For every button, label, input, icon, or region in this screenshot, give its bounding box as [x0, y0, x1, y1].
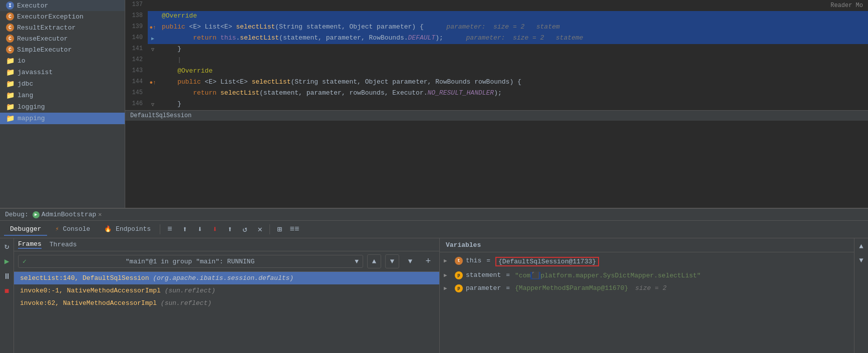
expand-icon[interactable]: ▶: [444, 284, 452, 291]
thread-add-button[interactable]: +: [421, 254, 435, 268]
frames-panel: Frames Threads ✓ "main"@1 in group "main…: [14, 238, 440, 353]
sidebar-item-reuseexecutor[interactable]: C ReuseExecutor: [0, 33, 125, 44]
stop-button[interactable]: ■: [1, 285, 13, 297]
sidebar-item-javassist[interactable]: 📁 javassist: [0, 67, 125, 78]
sidebar-item-lang[interactable]: 📁 lang: [0, 90, 125, 101]
frame-item[interactable]: invoke:62, NativeMethodAccessorImpl (sun…: [14, 297, 439, 309]
line-gutter: ▽: [148, 44, 158, 55]
endpoints-icon: 🔥: [104, 226, 112, 233]
sidebar-item-simpleexecutor[interactable]: C SimpleExecutor: [0, 44, 125, 55]
resume-button[interactable]: ▶: [1, 255, 13, 267]
line-content: @Override: [158, 11, 868, 22]
thread-up-button[interactable]: ▲: [367, 254, 381, 268]
frame-method: invoke:62, NativeMethodAccessorImpl: [20, 299, 161, 307]
line-number: 144: [125, 77, 148, 88]
sidebar-item-executor[interactable]: I Executor: [0, 0, 125, 11]
line-content: }: [158, 44, 868, 55]
code-line-146: 146 ▽ }: [125, 99, 868, 110]
app-container: I Executor C ExecutorException C ResultE…: [0, 0, 868, 353]
line-gutter: ▽: [148, 99, 158, 110]
sidebar-item-label: ExecutorException: [17, 13, 84, 21]
step-over-button[interactable]: ⬆: [178, 223, 191, 236]
sidebar-item-mapping[interactable]: 📁 mapping: [0, 113, 125, 124]
sidebar-item-jdbc[interactable]: 📁 jdbc: [0, 78, 125, 90]
var-value: {DefaultSqlSession@11733}: [495, 257, 599, 266]
sidebar: I Executor C ExecutorException C ResultE…: [0, 0, 125, 208]
expand-icon[interactable]: ▶: [444, 257, 452, 264]
line-content: return this.selectList(statement, parame…: [158, 33, 868, 44]
tab-threads[interactable]: Threads: [50, 241, 77, 248]
sidebar-item-label: logging: [18, 103, 45, 111]
debug-left-controls: ↻ ▶ ⏸ ■: [0, 238, 14, 353]
debug-session-tab[interactable]: ▶ AdminBootstrap ✕: [33, 211, 102, 218]
sidebar-item-resultextractor[interactable]: C ResultExtractor: [0, 22, 125, 33]
thread-down-button[interactable]: ▼: [385, 254, 399, 268]
line-gutter: ●↑: [148, 22, 158, 33]
sidebar-item-label: ResultExtractor: [17, 24, 76, 32]
pause-button[interactable]: ⏸: [1, 270, 13, 282]
sidebar-item-label: Executor: [17, 2, 48, 10]
line-gutter: [148, 55, 158, 66]
sidebar-item-logging[interactable]: 📁 logging: [0, 101, 125, 113]
thread-filter-button[interactable]: ▼: [403, 254, 417, 268]
side-actions: ▲ ▼: [854, 238, 868, 353]
run-to-cursor-button[interactable]: ↺: [238, 223, 251, 236]
reader-mode-label: Reader Mo: [825, 0, 868, 11]
thread-dropdown[interactable]: ✓ "main"@1 in group "main": RUNNING ▼: [18, 255, 363, 268]
var-type-icon: t: [455, 257, 463, 265]
code-line-143: 143 @Override: [125, 66, 868, 77]
settings-button[interactable]: ≡≡: [288, 223, 301, 236]
code-line-140: 140 ▶ return this.selectList(statement, …: [125, 33, 868, 44]
expand-icon[interactable]: ▶: [444, 271, 452, 278]
frame-package: (sun.reflect): [161, 299, 211, 307]
line-content: }: [158, 99, 868, 110]
session-status-icon: ▶: [33, 211, 40, 218]
variables-header: Variables: [440, 238, 854, 252]
fold-icon: ▽: [151, 47, 154, 53]
scroll-up-button[interactable]: ▲: [855, 240, 867, 252]
var-name: parameter: [466, 284, 501, 292]
folder-icon: 📁: [6, 114, 15, 123]
sidebar-item-io[interactable]: 📁 io: [0, 55, 125, 67]
code-line-141: 141 ▽ }: [125, 44, 868, 55]
frame-method: invoke0:-1, NativeMethodAccessorImpl: [20, 287, 165, 294]
session-label: AdminBootstrap: [42, 211, 96, 218]
var-value: "com⬛platform.mapper.SysDictMapper.selec…: [515, 271, 701, 279]
sidebar-item-label: SimpleExecutor: [17, 46, 72, 54]
step-out-button[interactable]: ⬆: [223, 223, 236, 236]
force-step-into-button[interactable]: ⬇: [208, 223, 221, 236]
tab-console[interactable]: ⚡ Console: [49, 223, 96, 236]
code-line-138: 138 @Override: [125, 11, 868, 22]
line-number: 142: [125, 55, 148, 66]
frames-toolbar: Frames Threads: [14, 238, 439, 251]
code-editor[interactable]: Reader Mo 137 138 @Override 139 ●↑ publi…: [125, 0, 868, 208]
line-number: 138: [125, 11, 148, 22]
folder-icon: 📁: [6, 80, 15, 88]
tab-debugger[interactable]: Debugger: [4, 223, 47, 236]
class-icon: C: [6, 46, 14, 54]
debug-header: Debug: ▶ AdminBootstrap ✕: [0, 209, 868, 221]
frame-item[interactable]: invoke0:-1, NativeMethodAccessorImpl (su…: [14, 284, 439, 297]
close-tab-icon[interactable]: ✕: [98, 211, 102, 218]
toggle-breakpoints-button[interactable]: ⊞: [273, 223, 286, 236]
var-name: this: [466, 257, 481, 264]
step-into-button[interactable]: ⬇: [193, 223, 206, 236]
rerun-button[interactable]: ↻: [1, 240, 13, 252]
variable-statement: ▶ p statement = "com⬛platform.mapper.Sys…: [440, 269, 854, 282]
evaluate-expression-button[interactable]: ✕: [253, 223, 266, 236]
breadcrumb: DefaultSqlSession: [125, 110, 868, 121]
sidebar-item-executorexception[interactable]: C ExecutorException: [0, 11, 125, 22]
debug-content: ↻ ▶ ⏸ ■ Frames Threads ✓ "main"@1 in gro…: [0, 238, 868, 353]
scroll-down-button[interactable]: ▼: [855, 254, 867, 266]
thread-value: "main"@1 in group "main": RUNNING: [126, 258, 254, 265]
line-gutter: [148, 66, 158, 77]
line-number: 139: [125, 22, 148, 33]
frame-item[interactable]: selectList:140, DefaultSqlSession (org.a…: [14, 272, 439, 284]
line-gutter: ●↑: [148, 77, 158, 88]
tab-endpoints[interactable]: 🔥 Endpoints: [98, 223, 157, 236]
frame-package: (org.apache.ibatis.session.defaults): [153, 274, 294, 282]
resume-program-button[interactable]: ≡: [163, 223, 176, 236]
var-name: statement: [466, 271, 501, 279]
top-area: I Executor C ExecutorException C ResultE…: [0, 0, 868, 208]
tab-frames[interactable]: Frames: [18, 240, 42, 249]
